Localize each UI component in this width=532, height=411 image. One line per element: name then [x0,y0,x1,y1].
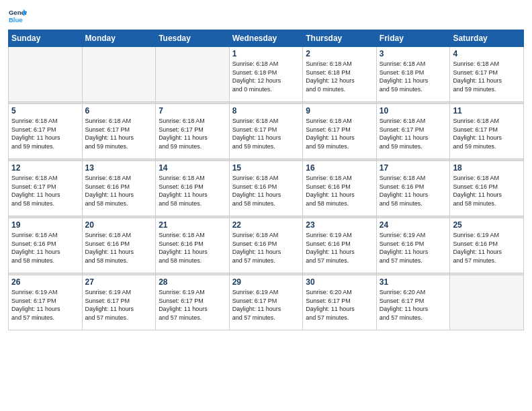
calendar-day-cell: 13Sunrise: 6:18 AM Sunset: 6:16 PM Dayli… [82,161,156,216]
calendar-day-cell [9,47,83,102]
calendar-day-cell: 16Sunrise: 6:18 AM Sunset: 6:16 PM Dayli… [303,161,377,216]
day-detail: Sunrise: 6:18 AM Sunset: 6:16 PM Dayligh… [380,174,447,208]
calendar-header-monday: Monday [82,30,156,47]
day-number: 25 [453,220,521,230]
logo-icon: General Blue [8,7,27,26]
calendar-day-cell: 22Sunrise: 6:18 AM Sunset: 6:16 PM Dayli… [229,218,303,273]
day-detail: Sunrise: 6:19 AM Sunset: 6:16 PM Dayligh… [453,231,521,265]
day-number: 13 [85,163,153,173]
logo: General Blue [8,7,27,26]
calendar-day-cell: 4Sunrise: 6:18 AM Sunset: 6:17 PM Daylig… [450,47,524,102]
calendar-week-row: 26Sunrise: 6:19 AM Sunset: 6:17 PM Dayli… [9,275,524,330]
calendar-header-saturday: Saturday [450,30,524,47]
day-number: 27 [85,277,153,287]
day-detail: Sunrise: 6:20 AM Sunset: 6:17 PM Dayligh… [380,288,447,322]
day-number: 19 [11,220,79,230]
calendar-day-cell: 10Sunrise: 6:18 AM Sunset: 6:17 PM Dayli… [376,104,450,159]
day-detail: Sunrise: 6:18 AM Sunset: 6:17 PM Dayligh… [306,117,373,150]
day-number: 5 [11,106,79,116]
calendar-day-cell: 31Sunrise: 6:20 AM Sunset: 6:17 PM Dayli… [376,275,450,330]
day-number: 22 [232,220,300,230]
calendar-week-row: 12Sunrise: 6:18 AM Sunset: 6:17 PM Dayli… [9,161,524,216]
day-detail: Sunrise: 6:18 AM Sunset: 6:17 PM Dayligh… [11,174,79,208]
day-number: 23 [306,220,373,230]
calendar-week-row: 1Sunrise: 6:18 AM Sunset: 6:18 PM Daylig… [9,47,524,102]
day-number: 11 [453,106,521,116]
day-detail: Sunrise: 6:18 AM Sunset: 6:16 PM Dayligh… [232,174,300,208]
day-number: 31 [380,277,447,287]
day-detail: Sunrise: 6:18 AM Sunset: 6:16 PM Dayligh… [453,174,521,208]
calendar-day-cell: 25Sunrise: 6:19 AM Sunset: 6:16 PM Dayli… [450,218,524,273]
day-detail: Sunrise: 6:18 AM Sunset: 6:17 PM Dayligh… [453,117,521,150]
calendar-header-tuesday: Tuesday [156,30,230,47]
day-number: 6 [85,106,153,116]
day-number: 29 [232,277,300,287]
day-number: 9 [306,106,373,116]
calendar-day-cell: 14Sunrise: 6:18 AM Sunset: 6:16 PM Dayli… [156,161,230,216]
day-number: 2 [306,49,373,58]
calendar-day-cell: 20Sunrise: 6:18 AM Sunset: 6:16 PM Dayli… [82,218,156,273]
day-detail: Sunrise: 6:18 AM Sunset: 6:16 PM Dayligh… [85,231,153,265]
page-container: General Blue SundayMondayTuesdayWednesda… [0,0,532,336]
header: General Blue [8,7,524,26]
calendar-day-cell [82,47,156,102]
day-number: 20 [85,220,153,230]
calendar-header-friday: Friday [376,30,450,47]
calendar-day-cell: 18Sunrise: 6:18 AM Sunset: 6:16 PM Dayli… [450,161,524,216]
calendar-day-cell: 21Sunrise: 6:18 AM Sunset: 6:16 PM Dayli… [156,218,230,273]
day-detail: Sunrise: 6:19 AM Sunset: 6:17 PM Dayligh… [85,288,153,322]
day-number: 3 [380,49,447,58]
day-detail: Sunrise: 6:18 AM Sunset: 6:18 PM Dayligh… [306,60,373,93]
calendar-day-cell: 6Sunrise: 6:18 AM Sunset: 6:17 PM Daylig… [82,104,156,159]
day-detail: Sunrise: 6:19 AM Sunset: 6:16 PM Dayligh… [306,231,373,265]
day-detail: Sunrise: 6:18 AM Sunset: 6:18 PM Dayligh… [380,60,447,93]
day-number: 10 [380,106,447,116]
calendar-day-cell: 15Sunrise: 6:18 AM Sunset: 6:16 PM Dayli… [229,161,303,216]
day-detail: Sunrise: 6:18 AM Sunset: 6:16 PM Dayligh… [159,174,226,208]
day-detail: Sunrise: 6:18 AM Sunset: 6:17 PM Dayligh… [453,60,521,93]
day-detail: Sunrise: 6:20 AM Sunset: 6:17 PM Dayligh… [306,288,373,322]
calendar-day-cell: 5Sunrise: 6:18 AM Sunset: 6:17 PM Daylig… [9,104,83,159]
calendar-day-cell: 8Sunrise: 6:18 AM Sunset: 6:17 PM Daylig… [229,104,303,159]
calendar-header-row: SundayMondayTuesdayWednesdayThursdayFrid… [9,30,524,47]
calendar-day-cell: 26Sunrise: 6:19 AM Sunset: 6:17 PM Dayli… [9,275,83,330]
day-detail: Sunrise: 6:19 AM Sunset: 6:17 PM Dayligh… [11,288,79,322]
calendar-day-cell: 17Sunrise: 6:18 AM Sunset: 6:16 PM Dayli… [376,161,450,216]
calendar-day-cell [156,47,230,102]
day-detail: Sunrise: 6:18 AM Sunset: 6:17 PM Dayligh… [85,117,153,150]
calendar-day-cell: 1Sunrise: 6:18 AM Sunset: 6:18 PM Daylig… [229,47,303,102]
calendar-day-cell: 3Sunrise: 6:18 AM Sunset: 6:18 PM Daylig… [376,47,450,102]
calendar-day-cell: 24Sunrise: 6:19 AM Sunset: 6:16 PM Dayli… [376,218,450,273]
day-number: 7 [159,106,226,116]
day-number: 8 [232,106,300,116]
calendar-header-sunday: Sunday [9,30,83,47]
day-detail: Sunrise: 6:19 AM Sunset: 6:16 PM Dayligh… [380,231,447,265]
day-number: 30 [306,277,373,287]
day-detail: Sunrise: 6:19 AM Sunset: 6:17 PM Dayligh… [232,288,300,322]
day-detail: Sunrise: 6:18 AM Sunset: 6:18 PM Dayligh… [232,60,300,93]
calendar-day-cell: 11Sunrise: 6:18 AM Sunset: 6:17 PM Dayli… [450,104,524,159]
day-number: 16 [306,163,373,173]
calendar-day-cell [450,275,524,330]
day-detail: Sunrise: 6:18 AM Sunset: 6:17 PM Dayligh… [380,117,447,150]
day-number: 26 [11,277,79,287]
day-detail: Sunrise: 6:18 AM Sunset: 6:17 PM Dayligh… [232,117,300,150]
day-number: 21 [159,220,226,230]
day-detail: Sunrise: 6:18 AM Sunset: 6:16 PM Dayligh… [85,174,153,208]
calendar-day-cell: 27Sunrise: 6:19 AM Sunset: 6:17 PM Dayli… [82,275,156,330]
day-number: 4 [453,49,521,58]
day-number: 28 [159,277,226,287]
day-number: 15 [232,163,300,173]
calendar-week-row: 5Sunrise: 6:18 AM Sunset: 6:17 PM Daylig… [9,104,524,159]
day-number: 14 [159,163,226,173]
calendar-day-cell: 2Sunrise: 6:18 AM Sunset: 6:18 PM Daylig… [303,47,377,102]
calendar-day-cell: 12Sunrise: 6:18 AM Sunset: 6:17 PM Dayli… [9,161,83,216]
day-number: 17 [380,163,447,173]
day-detail: Sunrise: 6:18 AM Sunset: 6:17 PM Dayligh… [11,117,79,150]
day-detail: Sunrise: 6:18 AM Sunset: 6:16 PM Dayligh… [159,231,226,265]
day-detail: Sunrise: 6:19 AM Sunset: 6:17 PM Dayligh… [159,288,226,322]
day-detail: Sunrise: 6:18 AM Sunset: 6:16 PM Dayligh… [306,174,373,208]
calendar-day-cell: 7Sunrise: 6:18 AM Sunset: 6:17 PM Daylig… [156,104,230,159]
day-detail: Sunrise: 6:18 AM Sunset: 6:16 PM Dayligh… [232,231,300,265]
calendar-day-cell: 19Sunrise: 6:18 AM Sunset: 6:16 PM Dayli… [9,218,83,273]
